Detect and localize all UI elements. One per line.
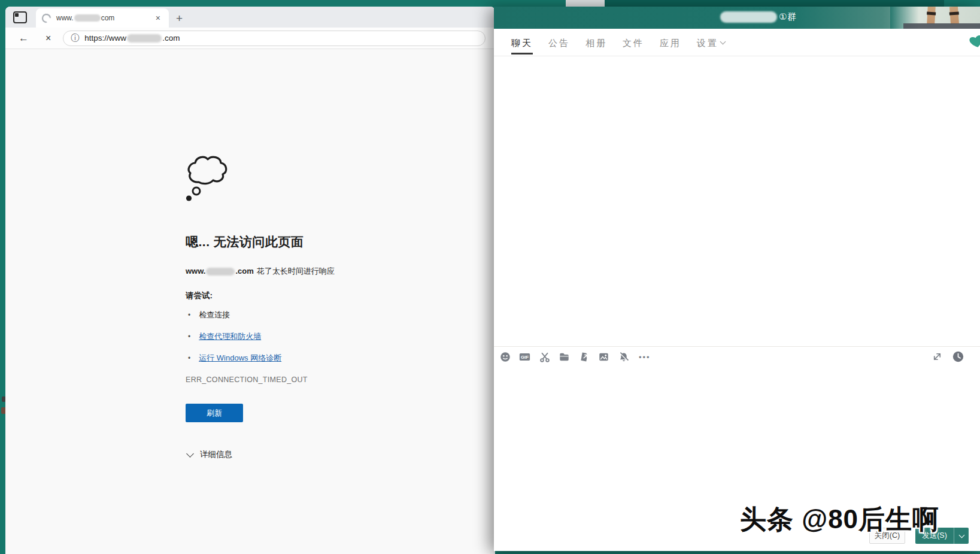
try-label: 请尝试: <box>186 290 443 301</box>
list-item: 运行 Windows 网络诊断 <box>186 353 443 364</box>
refresh-button[interactable]: 刷新 <box>186 404 243 422</box>
image-icon[interactable] <box>598 352 609 363</box>
proxy-firewall-link[interactable]: 检查代理和防火墙 <box>199 331 261 342</box>
send-file-folder-icon[interactable] <box>559 352 570 363</box>
error-heading: 嗯... 无法访问此页面 <box>186 234 443 250</box>
more-tools-icon[interactable]: ••• <box>639 353 651 362</box>
list-item: 检查代理和防火墙 <box>186 331 443 342</box>
group-title-suffix: ①群 <box>779 11 796 23</box>
back-icon[interactable]: ← <box>19 33 29 43</box>
tab-apps[interactable]: 应用 <box>652 29 689 56</box>
tab-label: 文件 <box>623 31 644 55</box>
blurred-group-name <box>720 11 777 23</box>
watermark-text: 头条 @80后生啊 <box>740 502 939 537</box>
site-favicon-icon <box>40 11 53 24</box>
mute-notifications-icon[interactable] <box>618 352 629 363</box>
host-rest: 花了太长时间进行响应 <box>257 267 335 276</box>
tab-announcement[interactable]: 公告 <box>541 29 578 56</box>
tab-chat[interactable]: 聊天 <box>503 29 541 56</box>
chevron-down-icon <box>958 532 964 538</box>
blurred-domain <box>127 34 162 43</box>
host-suffix: .com <box>235 267 253 276</box>
suggestion-text: 检查连接 <box>199 310 230 320</box>
tab-title-prefix: www. <box>56 14 74 22</box>
tab-label: 公告 <box>548 31 570 55</box>
browser-tab[interactable]: www.com × <box>36 8 169 28</box>
url-text: https://www.com <box>84 34 180 43</box>
suggestion-list: 检查连接 检查代理和防火墙 运行 Windows 网络诊断 <box>186 310 443 364</box>
desktop-top-strip-light <box>566 0 605 7</box>
group-title: ①群 <box>720 11 796 23</box>
tab-settings[interactable]: 设置 <box>689 29 733 56</box>
error-code: ERR_CONNECTION_TIMED_OUT <box>186 376 443 384</box>
tab-title: www.com <box>56 14 114 22</box>
tab-album[interactable]: 相册 <box>578 29 615 56</box>
blurred-host <box>206 268 235 276</box>
desktop-top-strip-dark <box>605 0 944 7</box>
browser-window: www.com × + ← × ⓘ https://www.com 嗯... 无… <box>5 7 495 554</box>
skin-photo-detail <box>903 23 980 29</box>
tab-actions-icon[interactable] <box>13 11 27 23</box>
new-tab-icon[interactable]: + <box>176 13 183 24</box>
error-content: 嗯... 无法访问此页面 www..com花了太长时间进行响应 请尝试: 检查连… <box>186 153 443 460</box>
thought-cloud-icon <box>186 153 231 204</box>
url-prefix: https://www <box>84 34 126 43</box>
chevron-down-icon <box>720 38 726 44</box>
error-page: 嗯... 无法访问此页面 www..com花了太长时间进行响应 请尝试: 检查连… <box>5 49 495 554</box>
network-diagnostics-link[interactable]: 运行 Windows 网络诊断 <box>199 353 281 364</box>
tab-title-suffix: com <box>101 14 115 22</box>
tab-label: 聊天 <box>511 31 533 55</box>
tab-close-icon[interactable]: × <box>153 13 163 23</box>
expand-input-icon[interactable] <box>932 351 943 362</box>
send-options-caret[interactable] <box>954 528 969 544</box>
host-prefix: www. <box>186 267 205 276</box>
blurred-site-name <box>74 14 101 22</box>
qq-tab-bar: 聊天 公告 相册 文件 应用 设置 <box>494 29 980 56</box>
screenshot-scissors-icon[interactable] <box>539 352 550 363</box>
gif-icon[interactable]: GIF <box>519 352 530 363</box>
error-host-line: www..com花了太长时间进行响应 <box>186 266 443 277</box>
address-bar[interactable]: ⓘ https://www.com <box>63 31 486 46</box>
skin-heart-decoration <box>967 32 980 50</box>
url-suffix: .com <box>162 34 180 43</box>
tab-label: 应用 <box>660 31 681 55</box>
details-label: 详细信息 <box>200 449 232 460</box>
list-item: 检查连接 <box>186 310 443 320</box>
doc-share-icon[interactable] <box>578 352 590 363</box>
tab-files[interactable]: 文件 <box>615 29 652 56</box>
message-history-clock-icon[interactable] <box>952 351 964 362</box>
skin-photo-detail <box>927 7 936 24</box>
emoji-icon[interactable] <box>499 352 511 363</box>
stop-icon[interactable]: × <box>45 34 51 43</box>
qq-title-bar[interactable]: ①群 <box>494 7 980 29</box>
browser-toolbar: ← × ⓘ https://www.com <box>5 28 495 49</box>
qq-group-chat-window: ①群 聊天 公告 相册 文件 应用 设置 GIF <box>494 7 980 551</box>
chevron-down-icon <box>186 450 194 458</box>
chat-toolbar: GIF ••• <box>494 346 980 367</box>
tab-label: 设置 <box>697 31 718 55</box>
details-toggle[interactable]: 详细信息 <box>186 449 443 460</box>
tab-label: 相册 <box>585 31 607 55</box>
chat-message-area[interactable] <box>494 56 980 346</box>
gif-icon-label: GIF <box>521 355 529 360</box>
skin-photo-detail <box>949 7 959 24</box>
site-info-icon[interactable]: ⓘ <box>71 33 79 44</box>
browser-tab-strip: www.com × + <box>5 7 495 28</box>
window-skin-photo <box>890 7 980 29</box>
